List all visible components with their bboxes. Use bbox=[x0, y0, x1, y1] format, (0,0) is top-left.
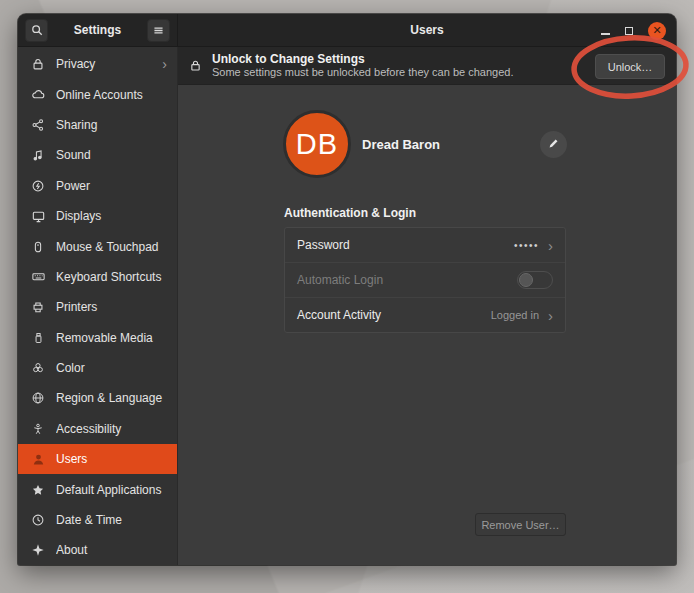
sidebar-item-label: Color bbox=[56, 361, 167, 375]
remove-user-button[interactable]: Remove User… bbox=[475, 513, 566, 536]
row-accessory: •••••› bbox=[514, 238, 553, 253]
row-value: ••••• bbox=[514, 240, 539, 251]
avatar: DB bbox=[283, 110, 351, 178]
sidebar-list: Privacy›Online AccountsSharingSoundPower… bbox=[18, 49, 177, 565]
app-title: Settings bbox=[74, 23, 121, 37]
sidebar-item-label: Removable Media bbox=[56, 331, 167, 345]
sidebar-item-label: Date & Time bbox=[56, 513, 167, 527]
minimize-button[interactable] bbox=[601, 33, 610, 35]
sidebar-item-sound[interactable]: Sound bbox=[18, 140, 177, 170]
sidebar-item-label: Mouse & Touchpad bbox=[56, 240, 167, 254]
sidebar-item-label: About bbox=[56, 543, 167, 557]
menu-button[interactable] bbox=[147, 19, 170, 42]
display-icon bbox=[30, 208, 46, 224]
sidebar-item-online-accounts[interactable]: Online Accounts bbox=[18, 79, 177, 109]
sidebar-item-power[interactable]: Power bbox=[18, 171, 177, 201]
about-icon bbox=[30, 542, 46, 558]
sound-icon bbox=[30, 147, 46, 163]
main-panel: Unlock to Change Settings Some settings … bbox=[178, 47, 676, 565]
maximize-button[interactable] bbox=[625, 27, 633, 35]
user-name: Dread Baron bbox=[362, 137, 440, 152]
sidebar-item-label: Printers bbox=[56, 300, 167, 314]
headerbar: Settings Users ✕ bbox=[18, 14, 676, 47]
sidebar-item-color[interactable]: Color bbox=[18, 353, 177, 383]
row-accessory bbox=[517, 271, 553, 289]
sidebar-item-label: Displays bbox=[56, 209, 167, 223]
sidebar-item-label: Users bbox=[56, 452, 167, 466]
sidebar-item-label: Default Applications bbox=[56, 483, 167, 497]
auth-card: Password•••••›Automatic LoginAccount Act… bbox=[284, 227, 566, 333]
users-icon bbox=[30, 451, 46, 467]
sidebar-item-label: Accessibility bbox=[56, 422, 167, 436]
menu-icon bbox=[152, 24, 165, 37]
sidebar-item-displays[interactable]: Displays bbox=[18, 201, 177, 231]
sidebar-item-label: Region & Language bbox=[56, 391, 167, 405]
chevron-right-icon: › bbox=[548, 238, 553, 253]
close-button[interactable]: ✕ bbox=[648, 22, 666, 40]
search-button[interactable] bbox=[25, 19, 48, 42]
sidebar-item-default-applications[interactable]: Default Applications bbox=[18, 474, 177, 504]
avatar-initials: DB bbox=[296, 128, 338, 161]
clock-icon bbox=[30, 512, 46, 528]
sidebar-item-printers[interactable]: Printers bbox=[18, 292, 177, 322]
share-icon bbox=[30, 117, 46, 133]
sidebar-item-label: Privacy bbox=[56, 57, 162, 71]
sidebar-item-sharing[interactable]: Sharing bbox=[18, 110, 177, 140]
banner-subtitle: Some settings must be unlocked before th… bbox=[212, 66, 513, 79]
lock-icon bbox=[189, 58, 203, 74]
toggle-knob bbox=[519, 273, 533, 287]
lock-icon bbox=[30, 56, 46, 72]
automatic-login-toggle bbox=[517, 271, 553, 289]
close-icon: ✕ bbox=[652, 25, 661, 36]
cloud-icon bbox=[30, 87, 46, 103]
auth-row-automatic-login: Automatic Login bbox=[285, 263, 565, 298]
chevron-right-icon: › bbox=[162, 57, 167, 71]
row-label: Automatic Login bbox=[297, 273, 383, 287]
pencil-icon bbox=[547, 136, 560, 154]
sidebar-item-about[interactable]: About bbox=[18, 535, 177, 565]
banner-title: Unlock to Change Settings bbox=[212, 52, 513, 66]
sidebar-item-users[interactable]: Users bbox=[18, 444, 177, 474]
unlock-button[interactable]: Unlock… bbox=[595, 54, 665, 79]
settings-window: Settings Users ✕ Privacy›Online Accounts… bbox=[18, 14, 676, 565]
sidebar-item-privacy[interactable]: Privacy› bbox=[18, 49, 177, 79]
color-icon bbox=[30, 360, 46, 376]
sidebar: Privacy›Online AccountsSharingSoundPower… bbox=[18, 47, 178, 565]
sidebar-item-removable-media[interactable]: Removable Media bbox=[18, 323, 177, 353]
row-label: Account Activity bbox=[297, 308, 381, 322]
globe-icon bbox=[30, 390, 46, 406]
sidebar-item-label: Online Accounts bbox=[56, 88, 167, 102]
window-controls: ✕ bbox=[601, 14, 666, 47]
banner-text: Unlock to Change Settings Some settings … bbox=[212, 52, 513, 79]
auth-section-title: Authentication & Login bbox=[284, 206, 416, 220]
chevron-right-icon: › bbox=[548, 308, 553, 323]
usb-icon bbox=[30, 330, 46, 346]
auth-row-password[interactable]: Password•••••› bbox=[285, 228, 565, 263]
sidebar-item-keyboard-shortcuts[interactable]: Keyboard Shortcuts bbox=[18, 262, 177, 292]
printer-icon bbox=[30, 299, 46, 315]
row-accessory: Logged in› bbox=[491, 308, 553, 323]
sidebar-item-mouse-touchpad[interactable]: Mouse & Touchpad bbox=[18, 231, 177, 261]
sidebar-item-accessibility[interactable]: Accessibility bbox=[18, 414, 177, 444]
sidebar-item-label: Keyboard Shortcuts bbox=[56, 270, 167, 284]
search-icon bbox=[30, 23, 44, 37]
keyboard-icon bbox=[30, 269, 46, 285]
sidebar-item-label: Power bbox=[56, 179, 167, 193]
mouse-icon bbox=[30, 239, 46, 255]
row-value: Logged in bbox=[491, 309, 539, 321]
sidebar-item-region-language[interactable]: Region & Language bbox=[18, 383, 177, 413]
headerbar-left: Settings bbox=[18, 14, 178, 46]
row-label: Password bbox=[297, 238, 350, 252]
star-icon bbox=[30, 482, 46, 498]
sidebar-item-label: Sharing bbox=[56, 118, 167, 132]
unlock-banner: Unlock to Change Settings Some settings … bbox=[178, 47, 676, 85]
sidebar-item-date-time[interactable]: Date & Time bbox=[18, 505, 177, 535]
edit-name-button[interactable] bbox=[540, 131, 567, 158]
auth-row-account-activity[interactable]: Account ActivityLogged in› bbox=[285, 298, 565, 332]
power-icon bbox=[30, 178, 46, 194]
accessibility-icon bbox=[30, 421, 46, 437]
headerbar-right: Users ✕ bbox=[178, 14, 676, 46]
sidebar-item-label: Sound bbox=[56, 148, 167, 162]
